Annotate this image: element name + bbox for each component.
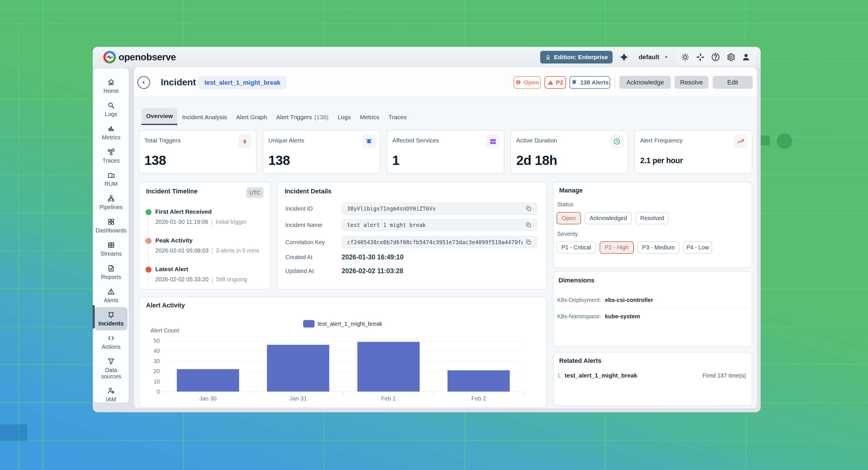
user-gear-icon [107,387,115,395]
chart-legend: test_alert_1_might_break [139,320,546,327]
sidebar-item-metrics[interactable]: Metrics [95,121,127,144]
report-doc-icon [107,264,115,272]
chart-gridline [163,351,524,351]
acknowledge-button[interactable]: Acknowledge [619,76,671,89]
sidebar-item-rum[interactable]: RUM [95,168,127,191]
trend-up-icon [734,135,748,148]
sparkle-icon[interactable] [619,52,629,63]
sidebar-item-logs[interactable]: Logs [95,98,127,121]
severity-badge[interactable]: P2 [545,76,566,89]
tab-alert-triggers[interactable]: Alert Triggers(138) [272,110,333,125]
option-p4---low[interactable]: P4 - Low [683,241,712,254]
status-label: Status [557,201,574,208]
chart-ytick: 0 [143,388,160,395]
sidebar-item-alerts[interactable]: Alerts [95,284,127,307]
dimension-row: K8s-Deployment:ebs-csi-controller [557,295,748,305]
account-icon[interactable] [741,52,751,63]
sidebar-item-incidents[interactable]: Incidents [95,307,127,330]
severity-options: P1 - CriticalP2 - HighP3 - MediumP4 - Lo… [557,241,712,254]
copy-icon[interactable] [526,222,532,228]
option-acknowledged[interactable]: Acknowledged [585,212,632,224]
tab-alert-graph[interactable]: Alert Graph [231,110,272,125]
chart-gridline [163,361,524,361]
sidebar-item-streams[interactable]: Streams [95,237,127,261]
chart-ytick: 40 [143,348,160,354]
alerts-count-badge[interactable]: 138 Alerts [569,76,610,89]
dimensions-title: Dimensions [559,277,594,284]
severity-label: Severity [557,231,578,237]
wallpaper-decor-square [760,136,770,145]
sidebar-item-data-sources[interactable]: Datasources [95,354,127,383]
tab-traces[interactable]: Traces [384,110,411,125]
incident-timeline-card: Incident Timeline UTC First Alert Receiv… [138,182,271,290]
page-title: Incident [161,77,196,88]
help-icon[interactable] [710,52,721,63]
details-value-field[interactable]: test_alert_1_might_break [342,219,537,231]
sidebar-item-dashboards[interactable]: Dashboards [95,214,127,237]
tab-overview[interactable]: Overview [142,108,177,125]
bell-icon [571,79,578,86]
tab-metrics[interactable]: Metrics [355,110,384,125]
dimension-row: K8s-Namespace:kube-system [557,312,748,321]
apps-icon[interactable] [695,52,706,63]
monitor-icon [107,171,115,179]
chart-xlabel: Jan 30 [199,395,216,402]
tab-incident-analysis[interactable]: Incident Analysis [177,110,231,125]
timeline-event: Peak Activity2026-02-01 05:08:03|3 alert… [139,234,270,255]
chart-ytick: 10 [143,378,160,385]
sidebar-item-reports[interactable]: Reports [95,261,127,284]
edition-label: Edition: Enterprise [554,54,608,61]
org-selector[interactable]: default [639,53,669,61]
code-brackets-icon [107,334,115,342]
brand-logo[interactable]: openobserve [103,51,176,63]
dashboard-grid-icon [107,218,115,226]
tab-logs[interactable]: Logs [333,110,355,125]
bell-filled-icon [362,135,376,148]
resolve-button[interactable]: Resolve [675,76,708,89]
medal-icon [545,54,551,61]
sidebar-item-pipelines[interactable]: Pipelines [95,191,127,214]
warning-triangle-icon [547,79,554,86]
dimensions-card: Dimensions K8s-Deployment:ebs-csi-contro… [553,271,752,347]
chart-bar-feb-1 [358,342,420,391]
sidebar-item-traces[interactable]: Traces [95,144,127,168]
option-p1---critical[interactable]: P1 - Critical [557,241,596,254]
copy-icon[interactable] [526,205,532,212]
stats-row: Total Triggers138Unique Alerts138Affecte… [138,130,752,174]
option-p2---high[interactable]: P2 - High [600,241,634,254]
copy-icon[interactable] [526,239,532,245]
wallpaper-decor-rect [0,424,27,441]
option-resolved[interactable]: Resolved [636,212,669,224]
details-value-field[interactable]: 38yVlibigx71ngm4snDY0iZT6Vv [342,203,537,215]
sidebar-item-actions[interactable]: Actions [95,330,127,354]
back-button[interactable] [137,76,150,89]
topbar-icon-tray [676,50,755,65]
brand-name: openobserve [119,52,176,63]
sidebar-item-iam[interactable]: IAM [95,383,127,406]
stat-card-active-duration: Active Duration2d 18h [510,130,628,174]
manage-title: Manage [559,187,583,194]
home-icon [107,78,115,86]
related-alert-row[interactable]: 1.test_alert_1_might_breakFired 137 time… [557,370,746,381]
chart-xlabel: Feb 1 [381,395,396,402]
chart-title: Alert Activity [146,302,185,309]
status-badge[interactable]: Open [514,76,541,89]
sidebar-item-home[interactable]: Home [95,75,127,98]
topbar: openobserve Edition: Enterprise default [93,47,761,67]
details-value-field[interactable]: cf2405438ce8b7d6f08cfb5474c3951e73dac3e4… [342,236,537,248]
option-open[interactable]: Open [557,212,581,224]
legend-swatch [303,320,315,327]
info-circle-icon [515,79,521,85]
lightning-icon [238,135,252,148]
edition-badge[interactable]: Edition: Enterprise [540,51,613,63]
details-row-updated-at: Updated At2026-02-02 11:03:28 [278,266,546,276]
page-header: Incident test_alert_1_might_break Open P… [134,67,757,97]
theme-light-icon[interactable] [680,52,691,63]
related-alerts-card: Related Alerts 1.test_alert_1_might_brea… [553,352,752,406]
incident-name-link[interactable]: test_alert_1_might_break [198,76,287,89]
chart-ytick: 20 [143,368,160,375]
settings-icon[interactable] [725,52,736,63]
stat-card-affected-services: Affected Services1 [386,130,505,174]
edit-button[interactable]: Edit [713,76,753,89]
option-p3---medium[interactable]: P3 - Medium [638,241,679,254]
